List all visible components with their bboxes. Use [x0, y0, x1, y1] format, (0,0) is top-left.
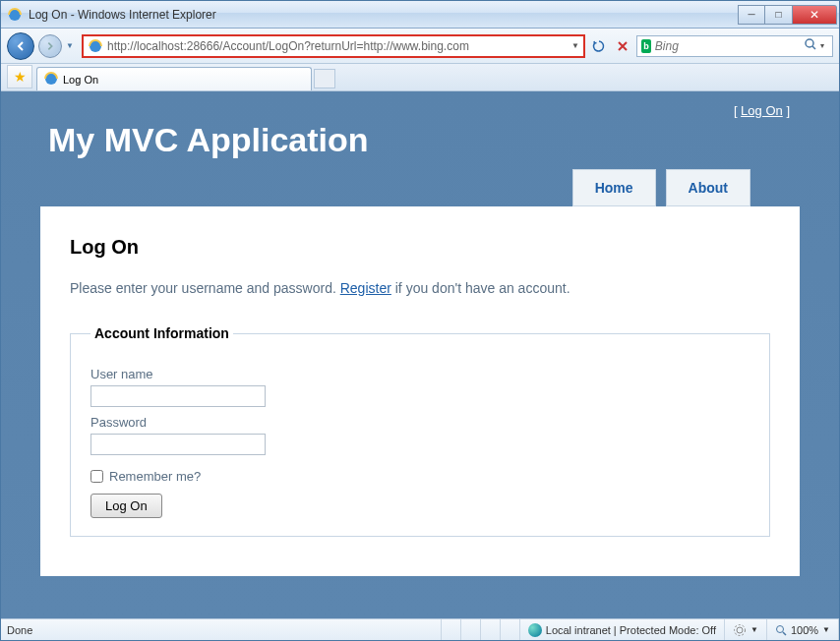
main-content: Log On Please enter your username and pa…	[40, 206, 800, 576]
arrow-right-icon	[45, 41, 55, 51]
tab-logon[interactable]: Log On	[36, 67, 312, 90]
search-input[interactable]	[655, 39, 804, 53]
security-zone[interactable]: Local intranet | Protected Mode: Off	[520, 619, 725, 640]
account-fieldset: Account Information User name Password R…	[70, 325, 770, 537]
bracket-close: ]	[783, 103, 790, 118]
status-text: Done	[1, 619, 442, 640]
arrow-left-icon	[15, 40, 27, 52]
address-dropdown[interactable]: ▼	[568, 41, 583, 50]
favorites-button[interactable]: ★	[7, 65, 32, 88]
login-corner: [ Log On ]	[734, 103, 790, 118]
page-heading: Log On	[70, 236, 770, 259]
zone-text: Local intranet | Protected Mode: Off	[546, 624, 716, 636]
status-sep1	[442, 619, 461, 640]
svg-line-8	[783, 632, 786, 635]
fieldset-legend: Account Information	[90, 325, 233, 341]
password-label: Password	[90, 415, 750, 430]
ie-icon	[7, 7, 23, 23]
refresh-button[interactable]	[589, 36, 609, 56]
gear-icon	[733, 623, 747, 637]
register-link[interactable]: Register	[340, 280, 391, 296]
tab-icon	[43, 71, 59, 88]
username-label: User name	[90, 367, 750, 381]
close-button[interactable]: ✕	[793, 5, 837, 25]
svg-line-3	[812, 46, 815, 49]
nav-history-dropdown[interactable]: ▼	[66, 41, 78, 50]
status-bar: Done Local intranet | Protected Mode: Of…	[1, 618, 839, 640]
address-bar[interactable]: ▼	[82, 34, 585, 58]
svg-point-5	[737, 627, 743, 633]
main-menu: Home About	[40, 169, 800, 206]
window-title: Log On - Windows Internet Explorer	[29, 8, 738, 22]
instruction-pre: Please enter your username and password.	[70, 280, 340, 296]
url-input[interactable]	[107, 39, 568, 53]
zoom-icon	[775, 624, 787, 636]
password-input[interactable]	[90, 434, 266, 455]
search-dropdown[interactable]: ▾	[817, 41, 828, 50]
forward-button[interactable]	[38, 34, 62, 58]
maximize-button[interactable]: □	[765, 5, 793, 25]
star-icon: ★	[14, 69, 27, 85]
nav-toolbar: ▼ ▼ b ▾	[1, 29, 839, 64]
bing-icon: b	[641, 39, 651, 53]
svg-point-6	[735, 624, 746, 635]
svg-point-2	[806, 39, 813, 47]
site-title: My MVC Application	[40, 103, 800, 169]
minimize-button[interactable]: ─	[738, 5, 765, 25]
browser-window: Log On - Windows Internet Explorer ─ □ ✕…	[0, 0, 840, 641]
tab-title: Log On	[63, 74, 98, 86]
page-content: [ Log On ] My MVC Application Home About…	[1, 91, 839, 615]
zoom-level: 100%	[791, 624, 818, 636]
remember-label: Remember me?	[109, 469, 201, 484]
status-sep3	[481, 619, 501, 640]
refresh-icon	[592, 39, 606, 53]
menu-about[interactable]: About	[666, 169, 750, 206]
viewport[interactable]: [ Log On ] My MVC Application Home About…	[1, 91, 839, 618]
zoom-control[interactable]: 100% ▼	[767, 619, 839, 640]
page-icon	[88, 38, 103, 54]
status-sep2	[461, 619, 481, 640]
titlebar: Log On - Windows Internet Explorer ─ □ ✕	[1, 1, 839, 29]
globe-icon	[528, 623, 542, 637]
search-icon[interactable]	[804, 37, 817, 54]
corner-logon-link[interactable]: Log On	[741, 103, 783, 118]
instruction-post: if you don't have an account.	[391, 280, 570, 296]
search-box[interactable]: b ▾	[636, 35, 833, 57]
username-input[interactable]	[90, 385, 266, 407]
back-button[interactable]	[7, 32, 34, 60]
remember-row[interactable]: Remember me?	[90, 469, 750, 484]
page-header: [ Log On ] My MVC Application Home About	[1, 91, 839, 206]
svg-point-7	[776, 625, 783, 632]
remember-checkbox[interactable]	[90, 470, 103, 483]
menu-home[interactable]: Home	[572, 169, 656, 206]
instruction-text: Please enter your username and password.…	[70, 280, 770, 296]
new-tab-button[interactable]	[314, 69, 335, 88]
tab-bar: ★ Log On	[1, 64, 839, 91]
window-controls: ─ □ ✕	[738, 5, 837, 25]
status-tool[interactable]: ▼	[725, 619, 767, 640]
stop-button[interactable]	[613, 36, 632, 56]
logon-submit-button[interactable]: Log On	[90, 494, 162, 518]
status-sep4	[501, 619, 520, 640]
stop-icon	[617, 40, 629, 52]
